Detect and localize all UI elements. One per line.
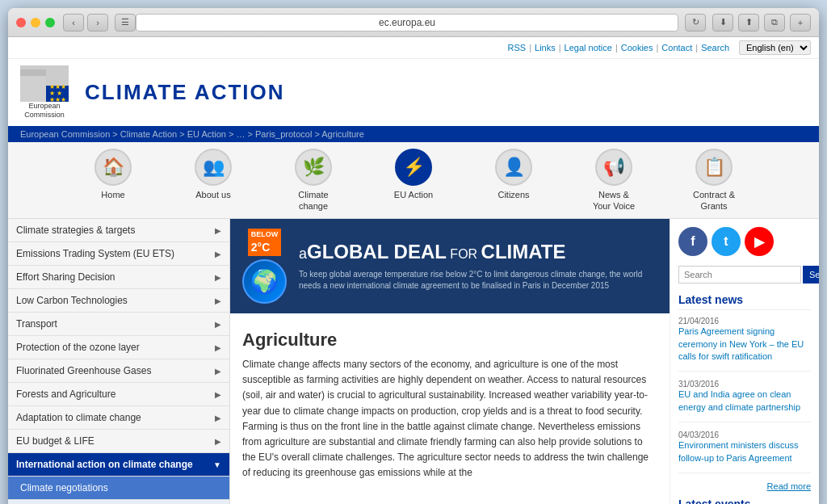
ec-logo: ★★★★ ★★★★ European Commission [20,65,69,120]
icon-nav: 🏠 Home 👥 About us 🌿 Climatechange ⚡ EU A… [8,142,819,220]
breadcrumb-bar: European Commission > Climate Action > E… [8,126,819,142]
nav-contract[interactable]: 📋 Contract &Grants [690,149,738,212]
back-button[interactable]: ‹ [63,14,84,32]
news-icon: 📢 [595,149,632,186]
rss-link[interactable]: RSS [508,43,527,52]
news-item-3: 04/03/2016 Environment ministers discuss… [678,430,811,473]
sidebar-item-effort[interactable]: Effort Sharing Decision ▶ [8,266,229,289]
latest-news-title: Latest news [678,293,811,310]
chevron-icon: ▼ [213,460,221,469]
climate-icon: 🌿 [295,149,332,186]
sidebar-item-transport[interactable]: Transport ▶ [8,313,229,336]
browser-titlebar: ‹ › ☰ ec.europa.eu ↻ ⬇ ⬆ ⧉ + [8,8,819,37]
sidebar-item-adaptation[interactable]: Adaptation to climate change ▶ [8,406,229,430]
language-selector[interactable]: English (en) [739,40,811,55]
main-content: BELOW 2°C 🌍 aGLOBAL DEAL FOR CLIMATE To … [230,219,670,504]
building-graphic: ★★★★ ★★★★ [20,65,69,102]
content-inner: Agriculture Climate change affects many … [230,321,670,489]
news-text-2[interactable]: EU and India agree on clean energy and c… [678,388,811,414]
chevron-icon: ▶ [215,367,221,376]
news-item-2: 31/03/2016 EU and India agree on clean e… [678,380,811,422]
sidebar-item-bilateral[interactable]: Bilateral cooperation ▶ [8,500,229,504]
globe-icon: 🌍 [242,259,287,304]
nav-about[interactable]: 👥 About us [189,149,237,200]
contact-link[interactable]: Contact [661,43,692,52]
address-bar[interactable]: ec.europa.eu [136,14,678,32]
banner-title: aGLOBAL DEAL FOR CLIMATE [299,241,657,264]
maximize-button[interactable] [45,18,55,27]
nav-eu-action-label: EU Action [394,189,433,200]
nav-news[interactable]: 📢 News &Your Voice [590,149,638,212]
news-item-1: 21/04/2016 Paris Agreement signing cerem… [678,317,811,372]
chevron-icon: ▶ [215,226,221,235]
sidebar-item-ozone[interactable]: Protection of the ozone layer ▶ [8,336,229,359]
sidebar-item-climate-negotiations[interactable]: Climate negotiations [8,477,229,500]
share-button[interactable]: ⬆ [738,14,759,32]
chevron-icon: ▶ [215,273,221,282]
site-title: CLIMATE ACTION [85,80,285,105]
page-title: Agriculture [242,330,657,351]
banner-text: aGLOBAL DEAL FOR CLIMATE To keep global … [299,241,657,292]
chevron-icon: ▶ [215,390,221,399]
browser-actions: ⬇ ⬆ ⧉ + [712,14,811,32]
chevron-icon: ▶ [215,414,221,422]
legal-notice-link[interactable]: Legal notice [565,43,612,52]
cookies-link[interactable]: Cookies [621,43,653,52]
nav-contract-label: Contract &Grants [693,189,735,212]
logo-area: ★★★★ ★★★★ European Commission [20,65,69,120]
chevron-icon: ▶ [215,343,221,352]
eu-action-icon: ⚡ [395,149,432,186]
social-icons: f t ▶ [678,227,811,256]
nav-news-label: News &Your Voice [593,189,635,212]
ec-label: European Commission [24,102,65,120]
chevron-icon: ▶ [215,250,221,258]
breadcrumb: European Commission > Climate Action > E… [20,129,364,139]
sidebar-item-international[interactable]: International action on climate change ▼ [8,453,229,477]
nav-home[interactable]: 🏠 Home [89,149,137,200]
news-date-3: 04/03/2016 [678,430,811,439]
search-link[interactable]: Search [701,43,729,52]
duplicate-button[interactable]: ⧉ [764,14,785,32]
sidebar-item-budget[interactable]: EU budget & LIFE ▶ [8,430,229,453]
search-button[interactable]: Search [803,266,819,284]
main-layout: Climate strategies & targets ▶ Emissions… [8,219,819,504]
reload-button[interactable]: ↻ [685,14,706,32]
twitter-button[interactable]: t [712,227,741,256]
facebook-button[interactable]: f [678,227,707,256]
contract-icon: 📋 [695,149,733,186]
banner-badge: BELOW 2°C [248,229,282,256]
nav-citizens[interactable]: 👤 Citizens [489,149,538,200]
url-text: ec.europa.eu [379,17,435,28]
about-icon: 👥 [195,149,232,186]
sidebar-item-forests[interactable]: Forests and Agriculture ▶ [8,383,229,406]
download-button[interactable]: ⬇ [712,14,733,32]
home-icon: 🏠 [94,149,132,186]
browser-window: ‹ › ☰ ec.europa.eu ↻ ⬇ ⬆ ⧉ + RSS | Links… [8,8,819,504]
add-tab-button[interactable]: + [790,14,811,32]
youtube-button[interactable]: ▶ [745,227,774,256]
links-link[interactable]: Links [535,43,556,52]
traffic-lights [16,18,55,27]
sidebar-item-ets[interactable]: Emissions Trading System (EU ETS) ▶ [8,242,229,266]
nav-eu-action[interactable]: ⚡ EU Action [389,149,438,200]
list-view-button[interactable]: ☰ [115,14,136,32]
banner-subtitle: To keep global average temperature rise … [299,269,657,292]
sidebar-item-lowcarbon[interactable]: Low Carbon Technologies ▶ [8,289,229,313]
minimize-button[interactable] [31,18,40,27]
site-header: ★★★★ ★★★★ European Commission [8,59,819,126]
close-button[interactable] [16,18,26,27]
page-content: RSS | Links | Legal notice | Cookies | C… [8,37,819,504]
search-box: Search [678,266,811,284]
nav-climate[interactable]: 🌿 Climatechange [289,149,338,212]
news-text-1[interactable]: Paris Agreement signing ceremony in New … [678,326,811,363]
news-text-3[interactable]: Environment ministers discuss follow-up … [678,439,811,464]
nav-home-label: Home [101,189,124,200]
sidebar-item-climate-strategies[interactable]: Climate strategies & targets ▶ [8,219,229,242]
read-more-link[interactable]: Read more [678,481,811,491]
sidebar-item-fluorinated[interactable]: Fluorinated Greenhouse Gases ▶ [8,359,229,383]
chevron-icon: ▶ [215,320,221,329]
utility-bar: RSS | Links | Legal notice | Cookies | C… [8,37,819,59]
forward-button[interactable]: › [87,14,108,32]
search-input[interactable] [678,266,801,284]
left-sidebar: Climate strategies & targets ▶ Emissions… [8,219,230,504]
